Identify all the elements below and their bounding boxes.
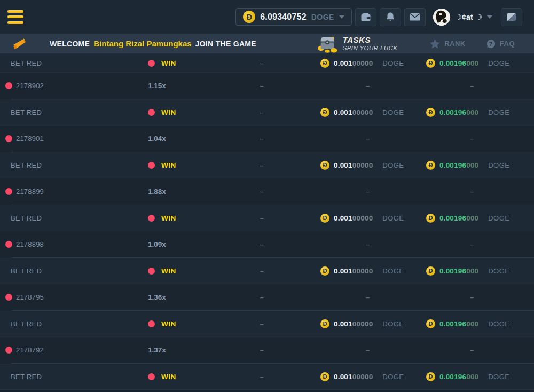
round-multiplier: 1.37x [148, 346, 166, 354]
result-cell: WIN [131, 267, 227, 275]
profit-amount: 0.00196000 [439, 59, 478, 67]
balance-selector[interactable]: Đ 6.09340752 DOGE [235, 8, 352, 26]
table-row-round[interactable]: 2178795 1.36x – – – [0, 284, 534, 311]
empty-cell: – [296, 346, 403, 354]
empty-cell: – [296, 135, 403, 143]
empty-cell: – [403, 240, 534, 248]
table-row-round[interactable]: 2178792 1.37x – – – [0, 337, 534, 364]
table-row-bet[interactable]: BET RED WIN – Đ 0.00100000 DOGE Đ 0.0019… [0, 205, 534, 232]
star-icon [430, 39, 440, 49]
empty-value: – [260, 240, 263, 248]
table-row-bet[interactable]: BET RED WIN – Đ 0.00100000 DOGE Đ 0.0019… [0, 258, 534, 285]
empty-cell: – [227, 346, 296, 354]
empty-cell: – [227, 320, 296, 328]
empty-value: – [260, 82, 263, 90]
empty-value: – [260, 373, 263, 381]
bet-currency: DOGE [382, 373, 404, 381]
bet-amount-cell: Đ 0.00100000 DOGE [296, 372, 403, 381]
chat-toggle-button[interactable] [501, 8, 522, 26]
empty-cell: – [227, 293, 296, 301]
wallet-button[interactable] [355, 8, 376, 26]
tasks-link[interactable]: TASKS SPIN YOUR LUCK [317, 35, 398, 53]
bet-label-cell: BET RED [0, 214, 131, 222]
table-row-round[interactable]: 2178902 1.15x – – – [0, 73, 534, 99]
empty-value: – [470, 240, 474, 248]
profit-amount: 0.00196000 [439, 320, 478, 328]
round-id: 2178795 [16, 293, 44, 301]
chat-icon [507, 13, 516, 21]
multiplier-cell: 1.04x [131, 135, 227, 143]
doge-coin-icon: Đ [243, 11, 255, 23]
bet-label-cell: BET RED [0, 108, 131, 116]
table-row-round[interactable]: 2178899 1.88x – – – [0, 178, 534, 205]
round-id-cell: 2178795 [0, 293, 131, 301]
table-row-bet[interactable]: BET RED WIN – Đ 0.00100000 DOGE Đ 0.0019… [0, 99, 534, 126]
multiplier-cell: 1.37x [131, 346, 227, 354]
chevron-down-icon [339, 15, 344, 19]
doge-coin-icon: Đ [320, 59, 329, 68]
empty-value: – [366, 240, 370, 248]
bet-label-cell: BET RED [0, 161, 131, 169]
bet-label: BET RED [11, 373, 42, 381]
welcome-suffix: JOIN THE GAME [195, 40, 256, 48]
messages-button[interactable] [404, 8, 426, 26]
round-red-dot-icon [5, 135, 12, 142]
profit-currency: DOGE [488, 373, 509, 381]
notifications-button[interactable] [380, 8, 401, 26]
bet-currency: DOGE [382, 214, 404, 222]
empty-value: – [366, 82, 370, 90]
table-row-bet[interactable]: BET RED WIN – Đ 0.00100000 DOGE Đ 0.0019… [0, 152, 534, 179]
profit-amount-cell: Đ 0.00196000 DOGE [403, 214, 534, 223]
welcome-prefix: WELCOME [50, 40, 90, 48]
empty-cell: – [227, 187, 296, 195]
bottom-divider [0, 390, 534, 392]
doge-coin-icon: Đ [426, 372, 435, 381]
round-id: 2178899 [16, 187, 44, 195]
doge-coin-icon: Đ [320, 108, 329, 117]
bet-amount: 0.00100000 [334, 373, 373, 381]
empty-cell: – [227, 240, 296, 248]
chevron-down-icon [487, 15, 492, 19]
svg-text:?: ? [489, 41, 492, 46]
faq-link[interactable]: ? FAQ [486, 39, 515, 49]
bet-amount: 0.00100000 [334, 320, 373, 328]
empty-cell: – [227, 214, 296, 222]
rank-link[interactable]: RANK [430, 39, 466, 49]
multiplier-cell: 1.88x [131, 187, 227, 195]
bet-currency: DOGE [382, 59, 404, 67]
table-row-round[interactable]: 2178898 1.09x – – – [0, 231, 534, 258]
table-row-bet[interactable]: BET RED WIN – Đ 0.00100000 DOGE Đ 0.0019… [0, 53, 534, 73]
profit-amount-cell: Đ 0.00196000 DOGE [403, 266, 534, 276]
table-row-round[interactable]: 2178901 1.04x – – – [0, 126, 534, 152]
bet-label: BET RED [11, 320, 42, 328]
bet-currency: DOGE [382, 108, 404, 116]
table-row-bet[interactable]: BET RED WIN – Đ 0.00100000 DOGE Đ 0.0019… [0, 364, 534, 390]
top-bar: Đ 6.09340752 DOGE [0, 0, 534, 34]
question-mark-icon: ? [486, 39, 496, 49]
round-red-dot-icon [5, 294, 12, 301]
bet-result: WIN [161, 108, 176, 116]
empty-value: – [260, 346, 263, 354]
empty-value: – [470, 135, 474, 143]
profit-amount: 0.00196000 [439, 108, 478, 116]
bet-amount-cell: Đ 0.00100000 DOGE [296, 319, 403, 328]
empty-value: – [260, 267, 263, 275]
table-row-bet[interactable]: BET RED WIN – Đ 0.00100000 DOGE Đ 0.0019… [0, 311, 534, 338]
empty-value: – [366, 187, 370, 195]
empty-value: – [260, 187, 263, 195]
win-red-dot-icon [148, 215, 155, 222]
tasks-title: TASKS [343, 35, 398, 44]
empty-cell: – [227, 135, 296, 143]
profile-menu[interactable]: ☽¢at ☽ [433, 9, 492, 26]
bet-label: BET RED [11, 161, 42, 169]
menu-hamburger-icon[interactable] [7, 10, 23, 24]
profit-currency: DOGE [488, 320, 509, 328]
balance-currency: DOGE [311, 13, 334, 21]
bet-amount: 0.00100000 [334, 108, 373, 116]
profit-amount-cell: Đ 0.00196000 DOGE [403, 108, 534, 117]
profit-amount: 0.00196000 [439, 161, 478, 169]
round-id-cell: 2178792 [0, 346, 131, 354]
profit-amount: 0.00196000 [439, 267, 478, 275]
win-red-dot-icon [148, 373, 155, 380]
win-red-dot-icon [148, 109, 155, 116]
